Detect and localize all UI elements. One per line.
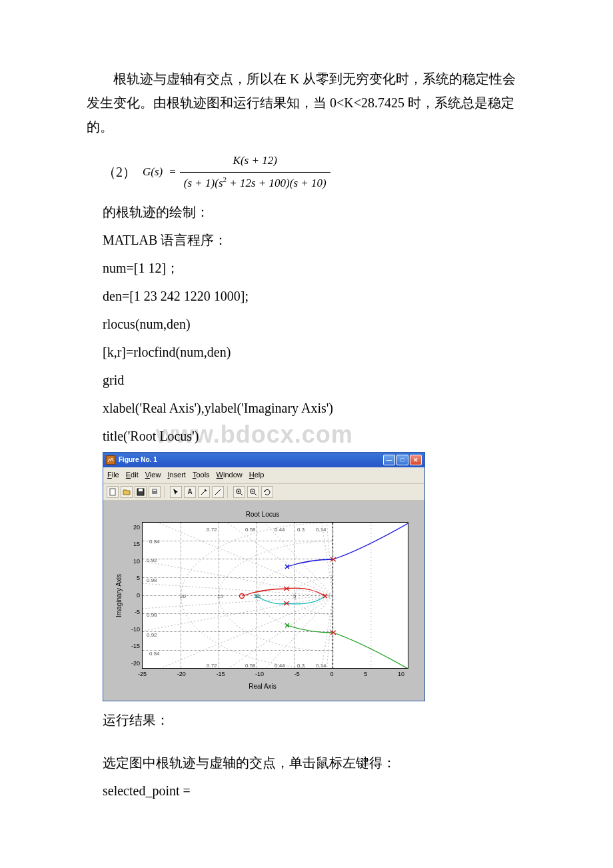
zoom-out-button[interactable] bbox=[247, 486, 259, 498]
y-axis-ticks: 20 15 10 5 0 -5 -10 -15 -20 bbox=[127, 522, 142, 669]
open-button[interactable] bbox=[121, 486, 133, 498]
menu-window[interactable]: Window bbox=[217, 469, 243, 482]
wn-label: 5 bbox=[293, 592, 296, 601]
svg-rect-0 bbox=[110, 489, 115, 495]
damp-label: 0.14 bbox=[316, 661, 326, 669]
window-title: Figure No. 1 bbox=[119, 454, 157, 466]
damp-label: 0.92 bbox=[147, 556, 157, 565]
damp-label: 0.84 bbox=[149, 649, 160, 659]
svg-line-5 bbox=[201, 490, 206, 495]
damp-label: 0.98 bbox=[147, 576, 157, 585]
svg-line-21 bbox=[143, 596, 333, 649]
menu-insert[interactable]: Insert bbox=[167, 469, 186, 482]
selected-point-label: selected_point = bbox=[103, 779, 526, 803]
svg-line-19 bbox=[143, 596, 333, 669]
svg-line-23 bbox=[143, 596, 333, 616]
damp-label: 0.44 bbox=[275, 525, 285, 535]
intro-paragraph: 根轨迹与虚轴有交点，所以在 K 从零到无穷变化时，系统的稳定性会发生变化。由根轨… bbox=[87, 67, 526, 139]
line-button[interactable] bbox=[212, 486, 224, 498]
damp-label: 0.98 bbox=[147, 611, 157, 620]
matlab-figure-icon bbox=[106, 455, 115, 465]
damp-label: 0.58 bbox=[245, 525, 256, 535]
pointer-button[interactable] bbox=[170, 486, 182, 498]
svg-line-8 bbox=[241, 493, 243, 495]
code-line-1: num=[1 12]； bbox=[103, 256, 526, 280]
zoom-in-button[interactable] bbox=[233, 486, 245, 498]
rotate-button[interactable] bbox=[261, 486, 273, 498]
axes-box[interactable]: 0.72 0.58 0.44 0.3 0.14 0.84 0.92 0.98 0… bbox=[142, 522, 408, 669]
damp-label: 0.84 bbox=[149, 537, 160, 547]
svg-rect-2 bbox=[139, 489, 143, 491]
menu-file[interactable]: File bbox=[107, 469, 119, 482]
y-axis-label: Imaginary Axis bbox=[111, 522, 127, 669]
svg-rect-4 bbox=[153, 489, 157, 491]
print-button[interactable] bbox=[149, 486, 161, 498]
code-line-4: [k,r]=rlocfind(num,den) bbox=[103, 340, 526, 364]
result-heading: 运行结果： bbox=[103, 708, 526, 732]
close-button[interactable]: ✕ bbox=[410, 455, 422, 465]
svg-line-6 bbox=[215, 489, 221, 495]
code-line-3: rlocus(num,den) bbox=[103, 312, 526, 336]
formula-lhs: G(s) bbox=[143, 162, 163, 183]
svg-line-17 bbox=[143, 596, 333, 669]
svg-line-20 bbox=[143, 543, 333, 596]
line-desc: 的根轨迹的绘制： bbox=[103, 200, 526, 224]
svg-line-15 bbox=[143, 596, 333, 669]
damp-label: 0.58 bbox=[245, 661, 256, 669]
svg-line-22 bbox=[143, 576, 333, 596]
menu-view[interactable]: View bbox=[145, 469, 161, 482]
save-button[interactable] bbox=[135, 486, 147, 498]
code-line-2: den=[1 23 242 1220 1000]; bbox=[103, 284, 526, 308]
damp-label: 0.44 bbox=[275, 661, 285, 669]
formula-row: （2） G(s) = K(s + 12) (s + 1)(s2 + 12s + … bbox=[103, 151, 526, 193]
wn-label: 15 bbox=[217, 592, 223, 601]
arrow-button[interactable] bbox=[198, 486, 210, 498]
code-line-7: title('Root Locus') bbox=[103, 424, 526, 448]
damp-label: 0.72 bbox=[207, 525, 217, 535]
plot-area[interactable]: Root Locus Imaginary Axis 20 15 10 5 0 -… bbox=[103, 501, 424, 701]
plot-title: Root Locus bbox=[111, 509, 414, 521]
line-matlab: MATLAB 语言程序： bbox=[103, 228, 526, 252]
maximize-button[interactable]: □ bbox=[396, 455, 408, 465]
menu-bar: File Edit View Insert Tools Window Help bbox=[103, 467, 424, 484]
result-desc: 选定图中根轨迹与虚轴的交点，单击鼠标左键得： bbox=[103, 751, 526, 775]
menu-edit[interactable]: Edit bbox=[126, 469, 139, 482]
toolbar: A bbox=[103, 484, 424, 501]
svg-line-12 bbox=[255, 493, 257, 495]
wn-label: 10 bbox=[255, 592, 261, 601]
damp-label: 0.14 bbox=[316, 525, 326, 535]
new-figure-button[interactable] bbox=[107, 486, 119, 498]
formula-label: （2） bbox=[103, 160, 136, 184]
code-line-6: xlabel('Real Axis'),ylabel('Imaginary Ax… bbox=[103, 396, 526, 420]
matlab-figure-window: Figure No. 1 — □ ✕ File Edit View Insert… bbox=[103, 452, 425, 701]
x-axis-ticks: -25 -20 -15 -10 -5 0 5 10 bbox=[138, 669, 404, 679]
text-button[interactable]: A bbox=[184, 486, 196, 498]
x-axis-label: Real Axis bbox=[111, 681, 414, 693]
formula-numerator: K(s + 12) bbox=[229, 151, 281, 171]
damp-label: 0.92 bbox=[147, 631, 157, 640]
wn-label: 20 bbox=[180, 592, 186, 601]
menu-tools[interactable]: Tools bbox=[193, 469, 210, 482]
minimize-button[interactable]: — bbox=[383, 455, 395, 465]
equals-sign: = bbox=[169, 162, 176, 183]
damp-label: 0.72 bbox=[207, 661, 217, 669]
damp-label: 0.3 bbox=[297, 525, 305, 535]
code-line-5: grid bbox=[103, 368, 526, 392]
formula-denominator: (s + 1)(s2 + 12s + 100)(s + 10) bbox=[180, 173, 330, 194]
window-titlebar[interactable]: Figure No. 1 — □ ✕ bbox=[103, 453, 424, 467]
damp-label: 0.3 bbox=[297, 661, 305, 669]
transfer-function: G(s) = K(s + 12) (s + 1)(s2 + 12s + 100)… bbox=[143, 151, 330, 193]
menu-help[interactable]: Help bbox=[249, 469, 265, 482]
